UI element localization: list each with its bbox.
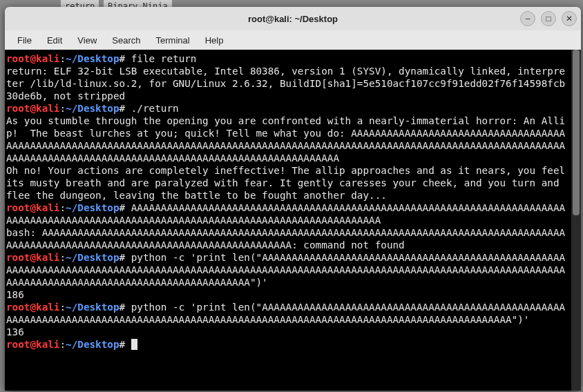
command-1: file return bbox=[131, 53, 197, 64]
prompt-hash: # bbox=[120, 53, 126, 64]
window-controls: – □ ✕ bbox=[520, 11, 577, 26]
prompt-user: root@kali bbox=[6, 53, 59, 64]
scrollbar-thumb[interactable] bbox=[573, 50, 580, 215]
minimize-button[interactable]: – bbox=[520, 11, 535, 26]
prompt-hash: # bbox=[120, 302, 126, 313]
prompt-colon: : bbox=[59, 339, 66, 350]
prompt-path: ~/Desktop bbox=[66, 202, 119, 213]
prompt-user: root@kali bbox=[6, 302, 59, 313]
terminal-area: root@kali:~/Desktop# file returnreturn: … bbox=[5, 50, 581, 391]
output-len-186: 186 bbox=[6, 288, 570, 301]
menubar: File Edit View Search Terminal Help bbox=[5, 30, 581, 50]
prompt-path: ~/Desktop bbox=[66, 302, 119, 313]
cursor-icon bbox=[131, 339, 137, 350]
prompt-hash: # bbox=[120, 252, 126, 263]
window-title: root@kali: ~/Desktop bbox=[248, 14, 338, 24]
prompt-hash: # bbox=[120, 103, 126, 114]
prompt-hash: # bbox=[120, 339, 126, 350]
scrollbar[interactable] bbox=[571, 50, 581, 391]
output-allip-fail: Oh no! Your actions are completely ineff… bbox=[6, 164, 570, 202]
close-button[interactable]: ✕ bbox=[562, 11, 577, 26]
terminal-content[interactable]: root@kali:~/Desktop# file returnreturn: … bbox=[5, 50, 571, 391]
menu-terminal[interactable]: Terminal bbox=[149, 32, 197, 48]
prompt-path: ~/Desktop bbox=[66, 53, 119, 64]
output-allip-intro: As you stumble through the opening you a… bbox=[6, 115, 570, 164]
titlebar[interactable]: root@kali: ~/Desktop – □ ✕ bbox=[5, 7, 581, 30]
prompt-colon: : bbox=[59, 252, 66, 263]
menu-file[interactable]: File bbox=[10, 32, 39, 48]
menu-edit[interactable]: Edit bbox=[40, 32, 69, 48]
output-len-136: 136 bbox=[6, 326, 570, 338]
prompt-path: ~/Desktop bbox=[66, 252, 119, 263]
prompt-colon: : bbox=[59, 53, 66, 64]
prompt-colon: : bbox=[59, 103, 66, 114]
prompt-user: root@kali bbox=[6, 202, 59, 213]
prompt-colon: : bbox=[59, 202, 66, 213]
maximize-button[interactable]: □ bbox=[541, 11, 556, 26]
prompt-user: root@kali bbox=[6, 103, 59, 114]
prompt-path: ~/Desktop bbox=[66, 339, 119, 350]
command-2: ./return bbox=[131, 103, 179, 114]
terminal-window: root@kali: ~/Desktop – □ ✕ File Edit Vie… bbox=[5, 7, 581, 391]
prompt-user: root@kali bbox=[6, 339, 59, 350]
prompt-hash: # bbox=[120, 202, 126, 213]
output-file: return: ELF 32-bit LSB executable, Intel… bbox=[6, 65, 570, 102]
prompt-user: root@kali bbox=[6, 252, 59, 263]
prompt-path: ~/Desktop bbox=[66, 103, 119, 114]
menu-search[interactable]: Search bbox=[105, 32, 147, 48]
prompt-colon: : bbox=[59, 302, 66, 313]
menu-help[interactable]: Help bbox=[198, 32, 231, 48]
output-bash-notfound: bash: AAAAAAAAAAAAAAAAAAAAAAAAAAAAAAAAAA… bbox=[6, 226, 570, 251]
menu-view[interactable]: View bbox=[70, 32, 104, 48]
